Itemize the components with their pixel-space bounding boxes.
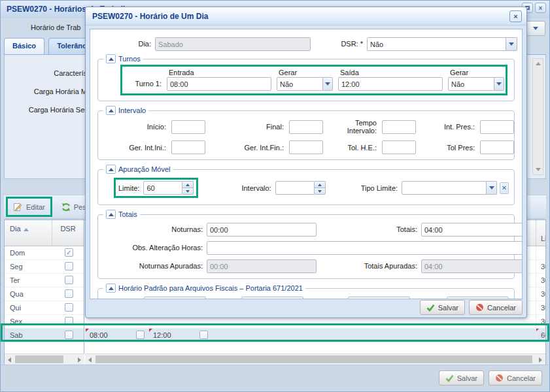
tipo-limite-combo[interactable] — [402, 181, 497, 195]
collapse-icon[interactable] — [106, 165, 116, 174]
scroll-right-icon[interactable] — [539, 357, 542, 363]
hp-entrada1-field[interactable] — [144, 297, 206, 299]
chevron-down-icon[interactable] — [494, 77, 504, 91]
limite-spinner[interactable] — [143, 181, 194, 195]
apuracao-intervalo-field[interactable] — [275, 181, 315, 195]
hp-entrada2-field[interactable] — [348, 297, 410, 299]
collapse-icon[interactable] — [106, 284, 116, 293]
cell-limite: 60 — [536, 329, 545, 342]
obs-field[interactable] — [207, 241, 523, 255]
table-row[interactable]: Seg — [5, 260, 84, 274]
final-field[interactable] — [289, 120, 323, 134]
row-checkbox[interactable] — [136, 331, 145, 339]
apuracao-intervalo-spinner[interactable] — [275, 181, 326, 195]
turno1-entrada-field[interactable] — [167, 77, 271, 91]
ger-int-ini-label: Ger. Int.Ini.: — [105, 144, 166, 152]
close-icon[interactable]: × — [509, 10, 522, 22]
clear-icon[interactable]: ✕ — [500, 182, 509, 194]
scroll-down-icon[interactable] — [536, 168, 541, 171]
turno1-gerar2-combo[interactable] — [448, 77, 504, 91]
int-pres-field[interactable] — [480, 120, 514, 134]
totais-field[interactable] — [421, 223, 523, 237]
collapse-icon[interactable] — [106, 54, 116, 63]
noturnas-field[interactable] — [207, 223, 317, 237]
hp-saida1-field[interactable] — [241, 297, 303, 299]
modal-cancel-button[interactable]: Cancelar — [469, 300, 523, 315]
table-row-sab-main[interactable]: 08:00 12:00 60 — [85, 329, 545, 342]
dsr-checkbox[interactable] — [65, 276, 73, 284]
collapse-icon[interactable] — [106, 106, 116, 115]
tipo-limite-input[interactable] — [402, 181, 487, 195]
editar-button[interactable]: Editar — [8, 199, 50, 215]
modal-save-button[interactable]: Salvar — [420, 300, 465, 315]
dialog-horario-um-dia: PSEW0270 - Horário de Um Dia × Dia: DSR:… — [85, 7, 527, 318]
table-row[interactable]: Sex — [5, 315, 84, 329]
tempo-intervalo-field[interactable] — [382, 120, 416, 134]
spinner-icons[interactable] — [315, 181, 326, 195]
column-header-limite[interactable]: Li — [536, 220, 545, 246]
spinner-icons[interactable] — [182, 181, 194, 195]
scroll-right-icon[interactable] — [78, 357, 81, 363]
apuracao-legend-label: Apuração Móvel — [118, 165, 171, 173]
column-header-dsr[interactable]: DSR — [52, 220, 84, 246]
table-row[interactable]: Ter — [5, 274, 84, 287]
panel-vertical-scrollbar[interactable] — [532, 58, 543, 175]
limite-field[interactable] — [143, 181, 182, 195]
main-horizontal-scrollbar[interactable] — [85, 353, 545, 365]
table-row-sab[interactable]: Sab — [5, 329, 84, 342]
turno1-saida-field[interactable] — [338, 77, 443, 91]
column-header-dia[interactable]: Dia — [5, 220, 52, 246]
scrollbar-thumb[interactable] — [15, 355, 63, 363]
window-save-button[interactable]: Salvar — [439, 370, 484, 385]
row-checkbox[interactable] — [199, 331, 208, 339]
chevron-down-icon[interactable] — [323, 77, 333, 91]
dsr-checkbox[interactable] — [65, 303, 73, 312]
dsr-combo[interactable] — [367, 37, 517, 51]
hp-entrada2-label: Entrada: — [307, 297, 344, 299]
dsr-checkbox[interactable] — [65, 331, 73, 339]
block-icon — [475, 303, 484, 312]
totais-legend: Totais — [103, 210, 140, 219]
cell-dia: Sex — [10, 318, 22, 325]
inicio-field[interactable] — [171, 120, 205, 134]
ger-int-fin-field[interactable] — [289, 140, 323, 154]
scroll-left-icon[interactable] — [8, 357, 11, 363]
dia-label: Dia: — [95, 37, 151, 51]
cell-dia: Qua — [10, 290, 24, 298]
scroll-left-icon[interactable] — [88, 357, 92, 363]
dsr-checkbox[interactable] — [65, 289, 73, 298]
ger-int-ini-field[interactable] — [171, 140, 205, 154]
gerar2-combo-input[interactable] — [448, 77, 494, 91]
dsr-checkbox[interactable] — [65, 317, 73, 325]
fieldset-apuracao-movel: Apuração Móvel Limite: Intervalo: Tipo L… — [97, 169, 515, 205]
tol-he-field[interactable] — [382, 140, 416, 154]
label-carga-semanal: Carga Horária Ser — [5, 103, 87, 122]
turnos-legend-label: Turnos — [118, 55, 141, 63]
chevron-down-icon[interactable] — [506, 37, 517, 51]
tab-basico[interactable]: Básico — [4, 38, 44, 54]
table-row[interactable]: Qua — [5, 287, 84, 301]
table-row[interactable]: Dom — [5, 246, 84, 260]
dsr-checkbox[interactable] — [65, 248, 73, 257]
dsr-combo-input[interactable] — [367, 37, 506, 51]
hp-saida2-field[interactable] — [447, 297, 509, 299]
scrollbar-thumb[interactable] — [95, 355, 532, 363]
window-close-icon[interactable]: × — [535, 3, 546, 13]
horario-combo-trigger[interactable] — [526, 21, 545, 36]
chevron-down-icon[interactable] — [487, 181, 497, 195]
gerar1-combo-input[interactable] — [277, 77, 323, 91]
table-row[interactable]: Qui — [5, 301, 84, 315]
frozen-horizontal-scrollbar[interactable] — [5, 353, 84, 365]
turno1-gerar1-combo[interactable] — [277, 77, 333, 91]
header-gerar2: Gerar — [448, 67, 504, 76]
window-cancel-button[interactable]: Cancelar — [489, 370, 542, 385]
scroll-up-icon[interactable] — [536, 62, 541, 65]
totais-apuradas-label: Totais Apuradas: — [320, 259, 417, 273]
tol-pres-field[interactable] — [480, 140, 514, 154]
dsr-checkbox[interactable] — [65, 262, 73, 270]
hp-saida2-label: Saída: — [414, 297, 443, 299]
cell-limite: 30 — [536, 287, 545, 301]
collapse-icon[interactable] — [106, 210, 116, 219]
annotation-editar: Editar — [6, 197, 52, 217]
cell-saida1: 12:00 — [153, 331, 171, 339]
